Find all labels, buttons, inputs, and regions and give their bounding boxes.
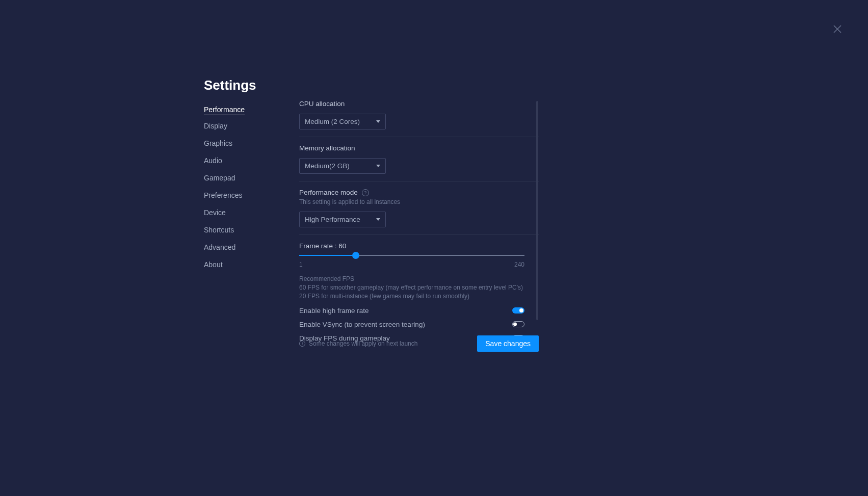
performance-mode-value: High Performance (305, 216, 360, 223)
slider-thumb[interactable] (352, 252, 359, 259)
chevron-down-icon (376, 165, 380, 167)
slider-max: 240 (514, 261, 524, 268)
performance-mode-dropdown[interactable]: High Performance (299, 212, 386, 227)
sidebar-item-gamepad[interactable]: Gamepad (204, 171, 275, 185)
slider-min: 1 (299, 261, 303, 268)
help-icon[interactable]: ? (362, 189, 369, 196)
cpu-allocation-label: CPU allocation (299, 100, 539, 108)
toggle-knob (519, 308, 523, 312)
toggle-knob (513, 323, 517, 326)
memory-allocation-value: Medium(2 GB) (305, 162, 350, 170)
slider-fill (299, 255, 356, 256)
framerate-label: Frame rate : 60 (299, 242, 539, 250)
sidebar-item-preferences[interactable]: Preferences (204, 189, 275, 202)
vsync-label: Enable VSync (to prevent screen tearing) (299, 321, 425, 328)
sidebar-item-about[interactable]: About (204, 258, 275, 271)
vsync-row: Enable VSync (to prevent screen tearing) (299, 321, 524, 328)
cpu-allocation-dropdown[interactable]: Medium (2 Cores) (299, 114, 386, 129)
page-title: Settings (204, 77, 256, 93)
sidebar-item-shortcuts[interactable]: Shortcuts (204, 223, 275, 237)
settings-sidebar: Performance Display Graphics Audio Gamep… (204, 103, 275, 275)
info-icon: i (299, 341, 305, 347)
settings-panel: CPU allocation Medium (2 Cores) Memory a… (299, 100, 539, 356)
high-frame-rate-label: Enable high frame rate (299, 307, 369, 315)
chevron-down-icon (376, 218, 380, 221)
sidebar-item-audio[interactable]: Audio (204, 154, 275, 167)
vsync-toggle[interactable] (512, 321, 524, 327)
cpu-allocation-section: CPU allocation Medium (2 Cores) (299, 100, 539, 137)
performance-mode-label: Performance mode ? (299, 189, 539, 196)
sidebar-item-advanced[interactable]: Advanced (204, 241, 275, 254)
performance-mode-sublabel: This setting is applied to all instances (299, 198, 539, 205)
framerate-section: Frame rate : 60 1 240 Recommended FPS 60… (299, 242, 539, 349)
sidebar-item-graphics[interactable]: Graphics (204, 137, 275, 150)
slider-range-labels: 1 240 (299, 261, 524, 268)
sidebar-item-performance[interactable]: Performance (204, 103, 245, 115)
sidebar-item-device[interactable]: Device (204, 206, 275, 219)
performance-mode-section: Performance mode ? This setting is appli… (299, 189, 539, 235)
memory-allocation-section: Memory allocation Medium(2 GB) (299, 144, 539, 181)
scrollbar[interactable] (536, 101, 538, 320)
footer-note-text: Some changes will apply on next launch (309, 340, 417, 347)
footer-note: i Some changes will apply on next launch (299, 340, 417, 347)
chevron-down-icon (376, 120, 380, 123)
high-frame-rate-row: Enable high frame rate (299, 307, 524, 315)
close-icon (832, 24, 843, 34)
framerate-slider[interactable] (299, 255, 524, 256)
sidebar-item-display[interactable]: Display (204, 119, 275, 133)
slider-track (299, 255, 524, 256)
high-frame-rate-toggle[interactable] (512, 307, 524, 314)
save-changes-button[interactable]: Save changes (477, 335, 539, 352)
fps-info-title: Recommended FPS (299, 275, 539, 282)
memory-allocation-label: Memory allocation (299, 144, 539, 152)
cpu-allocation-value: Medium (2 Cores) (305, 118, 360, 125)
performance-mode-label-text: Performance mode (299, 189, 358, 196)
footer: i Some changes will apply on next launch… (299, 335, 539, 352)
fps-info-text: 60 FPS for smoother gameplay (may effect… (299, 283, 524, 301)
close-button[interactable] (832, 24, 843, 34)
memory-allocation-dropdown[interactable]: Medium(2 GB) (299, 158, 386, 174)
